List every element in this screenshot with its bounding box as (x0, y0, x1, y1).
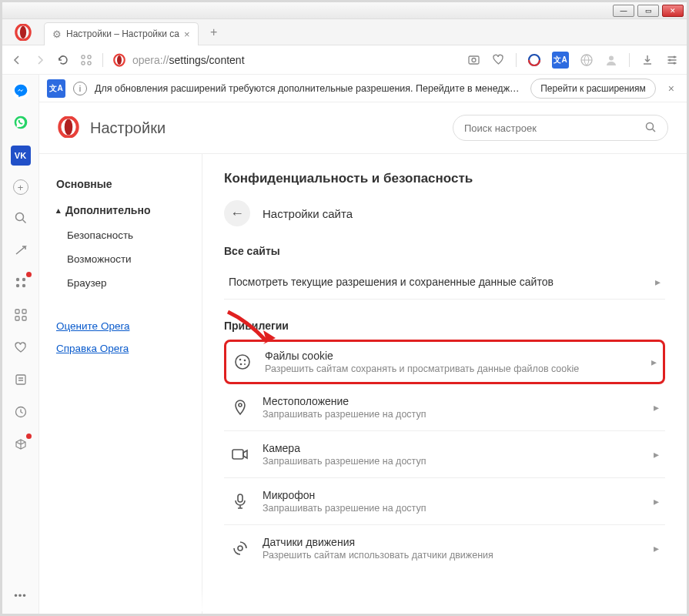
bookmarks-heart-icon[interactable] (12, 338, 30, 357)
close-window-button[interactable]: ✕ (662, 5, 684, 17)
svg-point-23 (22, 284, 25, 287)
snapshot-icon[interactable] (467, 53, 480, 67)
speeddial-button[interactable] (79, 53, 93, 67)
location-subtitle: Запрашивать разрешение на доступ (263, 409, 641, 420)
svg-point-31 (65, 119, 73, 135)
search-icon (644, 121, 657, 136)
motion-title: Датчики движения (263, 536, 641, 548)
search-input[interactable] (464, 122, 638, 134)
gear-icon: ⚙ (52, 28, 62, 40)
nav-security[interactable]: Безопасность (39, 223, 202, 247)
svg-point-9 (472, 59, 476, 62)
camera-icon (230, 444, 250, 464)
heart-icon[interactable] (491, 53, 505, 67)
svg-rect-3 (88, 55, 91, 59)
svg-point-19 (15, 213, 23, 221)
back-circle-button[interactable]: ← (224, 200, 250, 226)
microphone-icon (230, 491, 250, 511)
tab-title: Настройки – Настройки са (66, 28, 179, 39)
nav-basic[interactable]: Основные (39, 171, 202, 197)
profile-icon[interactable] (604, 53, 618, 67)
notification-close-button[interactable]: × (664, 82, 679, 95)
minimize-button[interactable]: — (613, 5, 634, 17)
settings-nav: Основные ▴ Дополнительно Безопасность Во… (39, 154, 202, 614)
svg-point-22 (15, 284, 18, 287)
download-icon[interactable] (641, 53, 654, 67)
window: — ▭ ✕ ⚙ Настройки – Настройки са × + ope… (0, 0, 689, 616)
svg-rect-2 (82, 55, 85, 59)
microphone-row[interactable]: Микрофон Запрашивать разрешение на досту… (224, 478, 665, 525)
microphone-subtitle: Запрашивать разрешение на доступ (263, 503, 641, 514)
tab-strip: ⚙ Настройки – Настройки са × + (2, 19, 687, 45)
svg-rect-28 (16, 375, 25, 384)
svg-point-20 (15, 278, 18, 281)
location-row[interactable]: Местоположение Запрашивать разрешение на… (224, 384, 665, 431)
flow-icon[interactable] (12, 241, 30, 259)
nav-browser[interactable]: Браузер (39, 271, 202, 295)
history-icon[interactable] (12, 403, 30, 421)
reload-button[interactable] (56, 53, 70, 67)
view-permissions-row[interactable]: Посмотреть текущие разрешения и сохранен… (224, 265, 665, 300)
maximize-button[interactable]: ▭ (637, 5, 659, 17)
search-icon[interactable] (12, 209, 30, 227)
translate-icon[interactable]: 文A (552, 52, 569, 69)
svg-point-16 (674, 62, 676, 64)
forward-button[interactable] (33, 53, 47, 67)
sidebar-settings-icon[interactable]: ••• (12, 586, 30, 604)
cookies-row[interactable]: Файлы cookie Разрешить сайтам сохранять … (224, 340, 665, 384)
section-title: Конфиденциальность и безопасность (224, 171, 665, 186)
svg-point-14 (674, 55, 676, 58)
adblock-icon[interactable] (527, 53, 541, 67)
camera-title: Камера (263, 442, 641, 454)
vpn-icon[interactable] (580, 53, 594, 67)
back-row: ← Настройки сайта (224, 200, 665, 226)
speeddial-icon[interactable] (12, 306, 30, 324)
camera-row[interactable]: Камера Запрашивать разрешение на доступ … (224, 431, 665, 478)
back-button[interactable] (10, 53, 24, 67)
svg-rect-5 (88, 62, 91, 65)
svg-point-36 (240, 363, 242, 366)
sidebar-add-button[interactable]: + (13, 179, 28, 195)
vk-icon[interactable]: VK (11, 146, 31, 166)
privileges-heading: Привилегии (224, 320, 665, 332)
goto-extensions-button[interactable]: Перейти к расширениям (530, 79, 656, 99)
window-titlebar: — ▭ ✕ (2, 2, 687, 19)
browser-sidebar: VK + ••• (2, 75, 39, 614)
motion-icon (230, 538, 250, 558)
notification-text: Для обновления расширений требуются допо… (95, 83, 523, 94)
extensions-icon[interactable] (12, 435, 30, 454)
easysetup-icon[interactable] (665, 53, 679, 67)
cookies-subtitle: Разрешить сайтам сохранять и просматрива… (265, 363, 639, 374)
svg-rect-26 (15, 316, 19, 320)
svg-rect-24 (15, 310, 19, 313)
close-tab-button[interactable]: × (184, 28, 190, 40)
info-icon: i (73, 82, 87, 95)
help-link[interactable]: Справка Opera (39, 337, 202, 360)
chevron-right-icon: ▸ (654, 542, 659, 554)
location-title: Местоположение (263, 395, 641, 407)
svg-rect-8 (469, 56, 479, 64)
divider (516, 53, 517, 67)
url-field[interactable]: opera://settings/content (112, 53, 457, 67)
browser-tab[interactable]: ⚙ Настройки – Настройки са × (44, 22, 199, 45)
nav-advanced[interactable]: ▴ Дополнительно (39, 197, 202, 223)
new-tab-button[interactable]: + (205, 23, 223, 42)
svg-point-21 (22, 278, 25, 281)
rate-link[interactable]: Оцените Opera (39, 315, 202, 337)
news-icon[interactable] (12, 273, 30, 292)
opera-menu-button[interactable] (13, 22, 33, 42)
cookies-title: Файлы cookie (265, 350, 639, 362)
svg-point-7 (117, 55, 122, 65)
opera-small-icon (112, 53, 126, 67)
nav-features[interactable]: Возможности (39, 247, 202, 271)
motion-row[interactable]: Датчики движения Разрешить сайтам исполь… (224, 525, 665, 571)
notification-bar: 文A i Для обновления расширений требуются… (39, 75, 687, 102)
address-bar: opera://settings/content 文A (2, 45, 687, 75)
settings-search[interactable] (453, 115, 668, 141)
svg-point-32 (647, 122, 654, 129)
messenger-icon[interactable] (12, 82, 29, 99)
personal-news-icon[interactable] (12, 370, 30, 389)
whatsapp-icon[interactable] (12, 113, 30, 132)
svg-point-34 (239, 359, 242, 361)
svg-rect-40 (238, 494, 242, 502)
